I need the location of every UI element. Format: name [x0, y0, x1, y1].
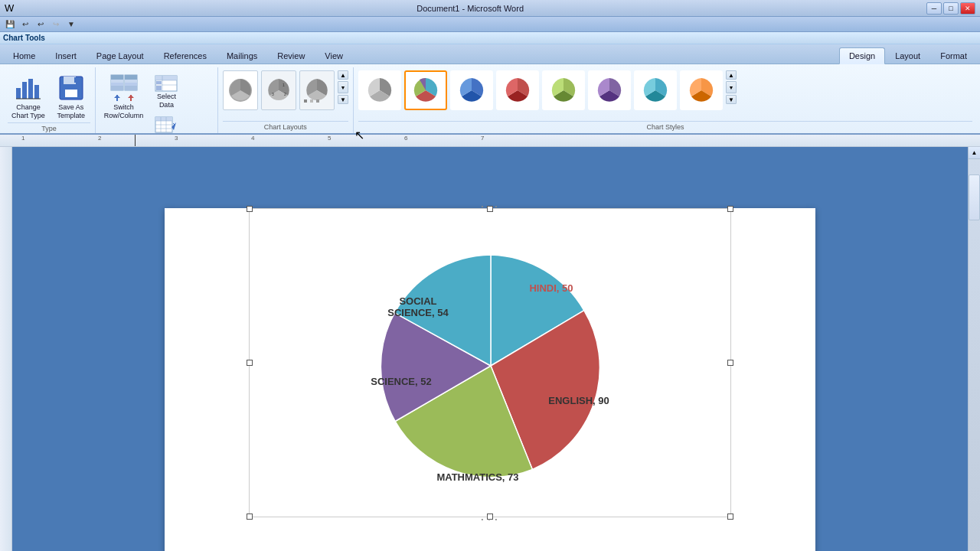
svg-rect-12	[111, 83, 123, 86]
qa-undo-button[interactable]: ↩	[18, 18, 32, 31]
title-bar-title: Document1 - Microsoft Word	[416, 4, 524, 13]
chart-style-1[interactable]	[358, 70, 401, 110]
change-type-icon	[13, 73, 44, 103]
chart-style-5[interactable]	[542, 70, 585, 110]
chart-style-8[interactable]	[680, 70, 723, 110]
svg-text:1: 1	[283, 83, 285, 87]
svg-rect-1	[22, 82, 27, 99]
quick-access-toolbar: 💾 ↩ ↩ ↪ ▼	[0, 17, 980, 32]
vertical-scrollbar[interactable]: ▲ ▼	[968, 147, 980, 551]
change-chart-type-button[interactable]: ChangeChart Type	[8, 70, 49, 122]
chart-style-3[interactable]	[450, 70, 493, 110]
tab-view[interactable]: View	[315, 47, 353, 64]
switch-rowcol-icon	[109, 73, 139, 103]
styles-scroll-down[interactable]: ▼	[726, 95, 737, 104]
chart-styles-group: ▲ ▼ ▼ Chart Styles	[354, 67, 977, 133]
svg-rect-2	[28, 79, 33, 99]
content-area: HINDI, 50 ENGLISH, 90 MATHMATICS, 73 SCI…	[0, 147, 980, 551]
tab-layout[interactable]: Layout	[885, 47, 930, 64]
ruler-mark: 1	[21, 135, 24, 142]
layouts-scroll-expand[interactable]: ▼	[338, 81, 348, 93]
save-template-icon	[56, 73, 87, 103]
chart-layout-1[interactable]	[223, 70, 258, 110]
chart-style-7[interactable]	[634, 70, 677, 110]
styles-scroll-expand[interactable]: ▼	[726, 81, 737, 93]
resize-handle-tr[interactable]	[727, 206, 733, 212]
select-data-button[interactable]: Select Data	[150, 72, 182, 112]
chart-layout-3[interactable]	[299, 70, 335, 110]
resize-handle-bl[interactable]	[247, 514, 253, 520]
tab-format[interactable]: Format	[930, 47, 977, 64]
qa-save-button[interactable]: 💾	[3, 18, 17, 31]
label-science: SCIENCE, 52	[371, 376, 431, 387]
resize-handle-tm[interactable]	[487, 206, 493, 212]
tab-page-layout[interactable]: Page Layout	[87, 47, 154, 64]
svg-rect-13	[111, 86, 123, 90]
close-button[interactable]: ✕	[960, 2, 975, 15]
svg-rect-29	[155, 117, 172, 121]
chart-tools-label: Chart Tools	[3, 34, 45, 42]
chart-style-2[interactable]	[404, 70, 447, 110]
svg-rect-27	[156, 86, 162, 90]
tab-review[interactable]: Review	[267, 47, 315, 64]
switch-row-column-button[interactable]: SwitchRow/Column	[100, 70, 148, 122]
ruler-mark: 3	[175, 135, 178, 142]
ribbon-tabs: Home Insert Page Layout References Maili…	[0, 44, 980, 64]
resize-handle-br[interactable]	[727, 514, 733, 520]
scroll-up-button[interactable]: ▲	[969, 147, 980, 159]
chart-styles-scroll: ▲ ▼ ▼	[726, 70, 737, 104]
chart-layouts-scroll: ▲ ▼ ▼	[338, 70, 348, 104]
layouts-scroll-up[interactable]: ▲	[338, 70, 348, 80]
title-bar: W Document1 - Microsoft Word ─ □ ✕	[0, 0, 980, 17]
minimize-button[interactable]: ─	[926, 2, 942, 15]
resize-handle-ml[interactable]	[247, 360, 253, 366]
chart-styles-content: ▲ ▼ ▼	[358, 69, 972, 121]
label-hindi: HINDI, 50	[529, 282, 573, 294]
styles-scroll-up[interactable]: ▲	[726, 70, 737, 80]
chart-container[interactable]: HINDI, 50 ENGLISH, 90 MATHMATICS, 73 SCI…	[249, 208, 731, 517]
tab-home[interactable]: Home	[3, 47, 45, 64]
qa-redo-button[interactable]: ↪	[49, 18, 63, 31]
chart-style-6[interactable]	[588, 70, 631, 110]
resize-handle-mr[interactable]	[727, 360, 733, 366]
svg-rect-8	[74, 77, 77, 83]
label-social-science: SOCIAL	[399, 295, 436, 307]
type-group-content: ChangeChart Type Save AsTemplate	[8, 69, 90, 122]
ribbon-content: ChangeChart Type Save AsTemplate Type	[0, 64, 980, 133]
change-type-label: ChangeChart Type	[11, 103, 45, 120]
type-group: ChangeChart Type Save AsTemplate Type	[3, 67, 96, 133]
tab-references[interactable]: References	[154, 47, 217, 64]
tab-insert[interactable]: Insert	[45, 47, 87, 64]
svg-rect-11	[111, 80, 123, 83]
svg-rect-6	[64, 77, 76, 84]
chart-layout-2[interactable]: 1 2 3	[261, 70, 296, 110]
tab-mailings[interactable]: Mailings	[217, 47, 267, 64]
maximize-button[interactable]: □	[943, 2, 959, 15]
svg-rect-22	[155, 76, 177, 80]
edit-data-icon	[153, 116, 179, 134]
ruler-mark: 5	[328, 135, 331, 142]
svg-rect-3	[34, 85, 39, 99]
save-as-template-button[interactable]: Save AsTemplate	[52, 70, 90, 122]
resize-handle-bm[interactable]	[487, 514, 493, 520]
qa-dropdown-button[interactable]: ▼	[64, 18, 78, 31]
chart-tools-bar: Chart Tools	[0, 32, 980, 44]
layouts-scroll-down[interactable]: ▼	[338, 95, 348, 104]
type-group-label: Type	[8, 122, 90, 135]
resize-handle-tl[interactable]	[247, 206, 253, 212]
ruler: 1 2 3 4 5 6 7	[0, 135, 980, 147]
svg-rect-0	[16, 88, 21, 99]
qa-undo2-button[interactable]: ↩	[34, 18, 47, 31]
scroll-track[interactable]	[969, 159, 980, 551]
data-group: SwitchRow/Column	[96, 67, 218, 133]
chart-layouts-label: Chart Layouts	[223, 121, 348, 133]
tab-design[interactable]: Design	[839, 47, 885, 64]
scroll-thumb[interactable]	[969, 174, 980, 220]
svg-rect-42	[310, 99, 313, 103]
title-bar-controls: ─ □ ✕	[926, 2, 975, 15]
ruler-mark: 6	[404, 135, 407, 142]
svg-rect-43	[316, 99, 319, 103]
select-data-label: Select Data	[153, 93, 179, 109]
pie-chart-svg: HINDI, 50 ENGLISH, 90 MATHMATICS, 73 SCI…	[265, 224, 717, 500]
chart-style-4[interactable]	[496, 70, 539, 110]
